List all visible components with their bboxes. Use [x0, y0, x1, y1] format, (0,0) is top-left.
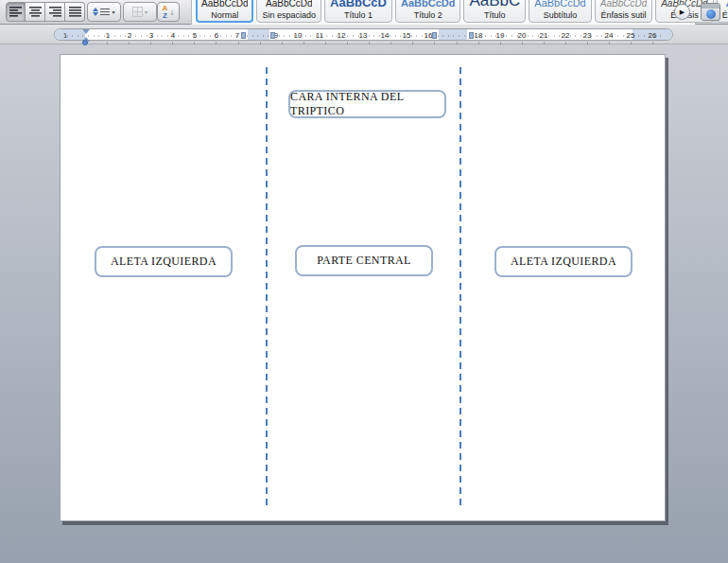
ruler-number: 3 [149, 31, 153, 40]
style-label: Sin espaciado [262, 9, 316, 20]
play-triangle-icon: ▶ [680, 9, 685, 16]
style-tile-no-spacing[interactable]: AaBbCcDdSin espaciado [256, 0, 321, 23]
style-tile-subtle-emphasis[interactable]: AaBbCcDdÉnfasis sutil [595, 0, 652, 23]
textbox-label: CARA INTERNA DEL TRIPTICO [290, 90, 444, 118]
ruler-number: 24 [605, 31, 614, 40]
blue-orb-icon [706, 9, 716, 19]
ruler-number: 14 [381, 31, 390, 40]
horizontal-ruler[interactable]: 1 12345679101112131415161819202122232425… [54, 28, 673, 41]
chevron-down-icon: ▾ [112, 9, 114, 15]
column-marker[interactable] [469, 32, 474, 39]
ruler-number: 1 [106, 31, 110, 40]
ruler-number: 2 [128, 31, 131, 40]
line-spacing-button[interactable]: ▾ [87, 2, 121, 22]
ruler-row: 1 12345679101112131415161819202122232425… [0, 25, 728, 44]
align-center-button[interactable] [26, 2, 45, 22]
align-left-icon [9, 7, 22, 17]
align-left-button[interactable] [6, 2, 26, 22]
styles-expand-button[interactable]: ▶ [674, 4, 690, 20]
style-preview-text: AaBbCcDd [201, 0, 248, 9]
column-gutter-shade [439, 29, 467, 40]
sort-button-group: A Z ↓ [157, 2, 180, 22]
column-marker[interactable] [241, 32, 246, 39]
sort-button[interactable]: A Z ↓ [157, 2, 180, 22]
justify-icon [69, 7, 81, 17]
style-preview-text: AaBbCcD [330, 0, 387, 9]
ruler-number: 4 [171, 31, 175, 40]
align-right-icon [49, 7, 61, 17]
textbox-label: ALETA IZQUIERDA [111, 255, 217, 269]
borders-button-group: ▾ [123, 2, 157, 22]
textbox-label: PARTE CENTRAL [317, 254, 411, 268]
ruler-number: 18 [475, 31, 483, 40]
document-workspace: CARA INTERNA DEL TRIPTICO ALETA IZQUIERD… [0, 44, 728, 563]
alignment-button-group [6, 2, 85, 22]
line-spacing-button-group: ▾ [87, 2, 121, 22]
ruler-number: 5 [193, 31, 197, 40]
style-label: Énfasis sutil [600, 9, 646, 20]
textbox-parte-central[interactable]: PARTE CENTRAL [295, 245, 433, 276]
left-margin-shade [55, 29, 85, 40]
style-tile-title[interactable]: AaBbCTítulo [463, 0, 526, 23]
ruler-number: 13 [359, 31, 368, 40]
ruler-margin-number: 1 [63, 31, 67, 40]
chevron-down-icon: ▾ [145, 9, 147, 15]
align-right-button[interactable] [45, 2, 65, 22]
style-tile-subtitle[interactable]: AaBbCcDdSubtítulo [529, 0, 591, 23]
ruler-number: 25 [627, 31, 635, 40]
style-preview-text: AaBbCcDd [266, 0, 312, 9]
style-tile-normal[interactable]: AaBbCcDdNormal [196, 0, 253, 23]
ruler-number: 6 [215, 31, 218, 40]
ruler-number: 20 [518, 31, 527, 40]
style-preview-text: AaBbCcDd [534, 0, 585, 9]
down-arrow-icon: ↓ [169, 8, 174, 17]
style-label: Énfasis intenso [722, 9, 728, 20]
textbox-aleta-izquierda-right[interactable]: ALETA IZQUIERDA [494, 246, 633, 277]
ruler-number: 11 [316, 31, 323, 40]
toolbox-button[interactable] [701, 3, 720, 21]
styles-gallery: AaBbCcDdNormalAaBbCcDdSin espaciadoAaBbC… [191, 0, 696, 25]
column-marker[interactable] [432, 32, 437, 39]
align-center-icon [29, 7, 42, 17]
column-marker[interactable] [270, 32, 275, 39]
style-preview-text: AaBbCcDd [401, 0, 455, 9]
ruler-number: 26 [649, 31, 657, 40]
document-page[interactable]: CARA INTERNA DEL TRIPTICO ALETA IZQUIERD… [60, 54, 666, 521]
column-separator-dashed-line [266, 67, 268, 509]
textbox-label: ALETA IZQUIERDA [511, 255, 616, 269]
style-label: Título 1 [344, 9, 373, 20]
sort-az-icon: A Z ↓ [163, 5, 175, 20]
textbox-aleta-izquierda-left[interactable]: ALETA IZQUIERDA [95, 246, 233, 277]
style-label: Título [484, 9, 506, 20]
window-titlebar-icon [702, 4, 719, 9]
toolbar: ▾ ▾ A Z ↓ AaBbCcDdNormalAaBbCcDdSin espa… [0, 0, 728, 25]
ruler-number: 15 [403, 31, 411, 40]
line-spacing-icon [93, 8, 110, 16]
ruler-number: 21 [540, 31, 548, 40]
ruler-number: 12 [338, 31, 346, 40]
textbox-cara-interna-del-triptico[interactable]: CARA INTERNA DEL TRIPTICO [288, 90, 446, 118]
style-label: Normal [211, 9, 238, 20]
style-preview-text: AaBbCcDd [600, 0, 647, 9]
column-separator-dashed-line [459, 67, 461, 509]
ruler-number: 22 [562, 31, 570, 40]
justify-button[interactable] [65, 2, 85, 22]
style-tile-title1[interactable]: AaBbCcDTítulo 1 [324, 0, 392, 23]
ruler-number: 19 [496, 31, 505, 40]
ruler-number: 23 [583, 31, 592, 40]
ruler-number: 10 [294, 31, 303, 40]
style-tile-title2[interactable]: AaBbCcDdTítulo 2 [395, 0, 460, 23]
indent-handle-dot[interactable] [82, 40, 88, 45]
borders-grid-icon [132, 7, 143, 17]
borders-button[interactable]: ▾ [123, 2, 157, 22]
column-gutter-shade [248, 29, 269, 40]
style-label: Subtítulo [544, 9, 578, 20]
ruler-number: 7 [235, 31, 239, 40]
style-label: Título 2 [414, 9, 442, 20]
style-preview-text: AaBbC [469, 0, 520, 9]
